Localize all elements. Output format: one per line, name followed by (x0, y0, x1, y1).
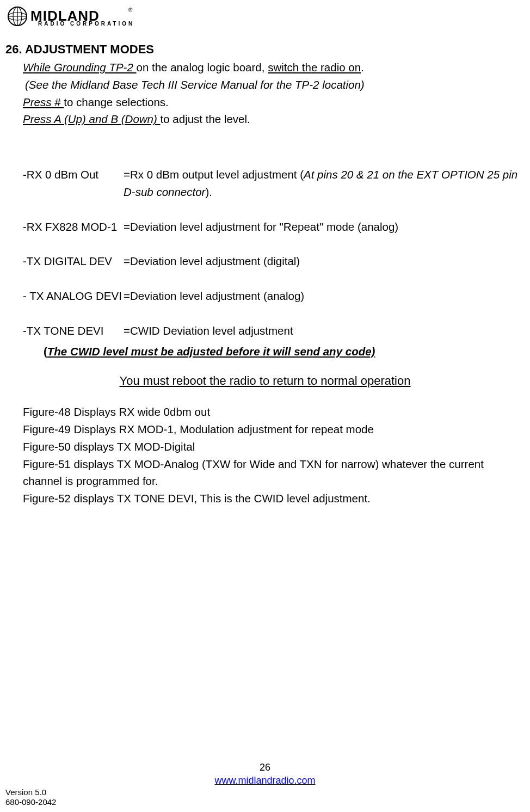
intro-1-mid: on the analog logic board, (137, 61, 268, 73)
intro-1-end: . (361, 61, 364, 73)
mode-row-4: -TX TONE DEVI =CWID Deviation level adju… (23, 322, 525, 340)
mode-row-0: -RX 0 dBm Out =Rx 0 dBm output level adj… (23, 166, 525, 201)
cwid-note-text: The CWID level must be adjusted before i… (47, 345, 375, 358)
intro-line-1: While Grounding TP-2 on the analog logic… (23, 59, 525, 76)
mode-label-4: -TX TONE DEVI (23, 322, 124, 340)
reboot-text: You must reboot the radio to return to n… (120, 374, 411, 387)
modes-list: -RX 0 dBm Out =Rx 0 dBm output level adj… (23, 166, 525, 340)
mode-label-1: -RX FX828 MOD-1 (23, 218, 124, 236)
section-heading: 26. ADJUSTMENT MODES (5, 42, 525, 57)
intro-line-4: Press A (Up) and B (Down) to adjust the … (23, 110, 525, 128)
reboot-notice: You must reboot the radio to return to n… (5, 374, 525, 388)
figure-line-1: Figure-49 Displays RX MOD-1, Modulation … (23, 421, 525, 438)
mode-row-3: - TX ANALOG DEVI =Deviation level adjust… (23, 287, 525, 305)
footer-left: Version 5.0 680-090-2042 (5, 788, 56, 808)
mode-desc-1: =Deviation level adjustment for "Repeat"… (124, 218, 525, 236)
mode-desc-4: =CWID Deviation level adjustment (124, 322, 525, 340)
mode-desc-3-pre: =Deviation level adjustment (analog) (124, 290, 304, 302)
mode-desc-4-pre: =CWID Deviation level adjustment (124, 324, 293, 337)
globe-icon: MIDLAND ® (5, 7, 136, 30)
docnum-text: 680-090-2042 (5, 797, 56, 808)
svg-text:®: ® (128, 7, 133, 13)
figure-line-0: Figure-48 Displays RX wide 0dbm out (23, 403, 525, 421)
intro-2-text: See the Midland Base Tech III Service Ma… (29, 78, 365, 91)
mode-label-0: -RX 0 dBm Out (23, 166, 124, 201)
cwid-note-open: ( (44, 345, 47, 358)
mode-desc-2: =Deviation level adjustment (digital) (124, 253, 525, 270)
footer-center: 26 www.midlandradio.com (0, 761, 530, 787)
main-content: 26. ADJUSTMENT MODES While Grounding TP-… (5, 42, 525, 507)
intro-block: While Grounding TP-2 on the analog logic… (23, 59, 525, 128)
figure-line-3: Figure-51 displays TX MOD-Analog (TXW fo… (23, 456, 525, 490)
footer-url[interactable]: www.midlandradio.com (214, 775, 315, 786)
document-page: MIDLAND ® RADIO CORPORATION 26. ADJUSTME… (0, 0, 530, 812)
mode-desc-0: =Rx 0 dBm output level adjustment (At pi… (124, 166, 525, 201)
brand-subtitle: RADIO CORPORATION (38, 21, 134, 27)
page-number: 26 (0, 761, 530, 774)
figure-line-4: Figure-52 displays TX TONE DEVI, This is… (23, 490, 525, 507)
mode-row-2: -TX DIGITAL DEV =Deviation level adjustm… (23, 253, 525, 270)
mode-label-3: - TX ANALOG DEVI (23, 287, 124, 305)
intro-4-rest: to adjust the level. (161, 113, 250, 125)
mode-row-1: -RX FX828 MOD-1 =Deviation level adjustm… (23, 218, 525, 236)
figure-line-2: Figure-50 displays TX MOD-Digital (23, 438, 525, 456)
cwid-note: (The CWID level must be adjusted before … (44, 343, 525, 360)
intro-3-rest: to change selections. (64, 96, 169, 108)
intro-1-u2: switch the radio on (268, 61, 361, 73)
intro-2-open: ( (25, 78, 29, 91)
mode-desc-3: =Deviation level adjustment (analog) (124, 287, 525, 305)
mode-label-2: -TX DIGITAL DEV (23, 253, 124, 270)
mode-desc-2-pre: =Deviation level adjustment (digital) (124, 255, 300, 267)
midland-logo: MIDLAND ® (5, 7, 136, 30)
version-text: Version 5.0 (5, 788, 56, 798)
intro-1-u1: While Grounding TP-2 (23, 61, 137, 73)
mode-desc-0-post: ). (205, 186, 212, 198)
intro-line-3: Press # to change selections. (23, 94, 525, 111)
intro-3-u: Press # (23, 96, 64, 108)
mode-desc-0-pre: =Rx 0 dBm output level adjustment ( (124, 168, 304, 181)
figures-block: Figure-48 Displays RX wide 0dbm out Figu… (23, 403, 525, 507)
intro-line-2: (See the Midland Base Tech III Service M… (25, 76, 525, 94)
intro-4-u: Press A (Up) and B (Down) (23, 113, 161, 125)
mode-desc-1-pre: =Deviation level adjustment for "Repeat"… (124, 220, 398, 233)
